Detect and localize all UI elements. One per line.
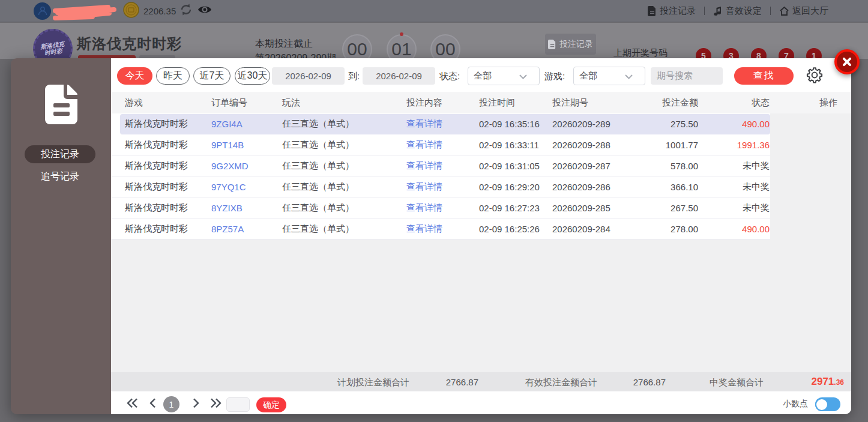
- cell-period: 20260209-285: [552, 203, 630, 213]
- filter-30days-button[interactable]: 近30天: [235, 67, 270, 85]
- first-page-icon[interactable]: [127, 398, 139, 408]
- cell-detail-link[interactable]: 查看详情: [406, 139, 442, 149]
- last-page-icon[interactable]: [209, 398, 222, 408]
- filter-7days-button[interactable]: 近7天: [193, 67, 231, 85]
- cell-play: 任三直选（单式）: [282, 223, 406, 235]
- cell-order-link[interactable]: 8PZ57A: [211, 224, 282, 234]
- topbar-menu: 投注记录 音效设定 返回大厅: [648, 0, 828, 22]
- cell-amount: 267.50: [630, 203, 698, 213]
- col-period: 投注期号: [552, 97, 630, 109]
- countdown-dot: [400, 32, 403, 36]
- cell-status: 未中奖: [698, 202, 770, 214]
- eye-icon[interactable]: [197, 4, 212, 17]
- table-row[interactable]: 斯洛伐克时时彩 9G2XMD 任三直选（单式） 查看详情 02-09 16:31…: [111, 155, 770, 176]
- sidebar-item-bet-records[interactable]: 投注记录: [25, 145, 95, 163]
- deadline-label: 本期投注截止: [255, 38, 313, 50]
- game-select[interactable]: 全部: [573, 67, 645, 85]
- status-select-value: 全部: [474, 70, 492, 82]
- cell-detail-link[interactable]: 查看详情: [406, 181, 442, 191]
- cell-amount: 275.50: [630, 119, 698, 129]
- summary-plan-value: 2766.87: [446, 377, 478, 387]
- col-time: 投注时间: [479, 97, 552, 109]
- page-confirm-button[interactable]: 确定: [256, 397, 286, 412]
- modal-content: 今天 昨天 近7天 近30天 2026-02-09 到: 2026-02-09 …: [111, 58, 851, 414]
- close-icon: [840, 55, 854, 68]
- balance: 2206.35: [143, 6, 176, 16]
- bet-records-modal: 投注记录 追号记录 今天 昨天 近7天 近30天 2026-02-09 到: 2…: [11, 58, 851, 414]
- modal-sidebar: 投注记录 追号记录: [11, 58, 111, 414]
- sidebar-item-chase-records[interactable]: 追号记录: [25, 167, 95, 185]
- search-button[interactable]: 查找: [734, 67, 794, 85]
- cell-period: 20260209-284: [552, 224, 630, 234]
- topbar-return-lobby[interactable]: 返回大厅: [779, 5, 828, 17]
- cell-status: 1991.36: [698, 140, 770, 150]
- cell-order-link[interactable]: 9ZGI4A: [211, 119, 282, 129]
- avatar[interactable]: [34, 2, 51, 20]
- col-game: 游戏: [111, 97, 211, 109]
- table-row[interactable]: 斯洛伐克时时彩 8YZIXB 任三直选（单式） 查看详情 02-09 16:27…: [111, 197, 770, 219]
- decimal-toggle[interactable]: [815, 397, 840, 411]
- cell-status: 未中奖: [698, 181, 770, 193]
- modal-close-button[interactable]: [834, 49, 860, 74]
- cell-game: 斯洛伐克时时彩: [111, 160, 211, 172]
- topbar-return-lobby-label: 返回大厅: [792, 5, 828, 17]
- cell-amount: 366.10: [630, 182, 698, 192]
- cell-time: 02-09 16:35:16: [479, 119, 552, 129]
- period-search-input[interactable]: 期号搜索: [651, 67, 723, 85]
- cell-game: 斯洛伐克时时彩: [111, 139, 211, 151]
- table-row[interactable]: 斯洛伐克时时彩 8PZ57A 任三直选（单式） 查看详情 02-09 16:25…: [111, 219, 770, 240]
- document-icon: [548, 40, 556, 49]
- cell-order-link[interactable]: 97YQ1C: [211, 182, 282, 192]
- game-filter-label: 游戏:: [544, 71, 565, 82]
- cell-period: 20260209-289: [552, 119, 630, 129]
- toggle-knob: [815, 398, 828, 411]
- table-body: 斯洛伐克时时彩 9ZGI4A 任三直选（单式） 查看详情 02-09 16:35…: [111, 113, 770, 240]
- gear-icon[interactable]: [806, 67, 823, 83]
- table-header: 游戏 订单编号 玩法 投注内容 投注时间 投注期号 投注金额 状态 操作: [111, 92, 851, 113]
- filter-yesterday-button[interactable]: 昨天: [156, 67, 190, 85]
- page-number[interactable]: 1: [163, 396, 179, 412]
- cell-time: 02-09 16:27:23: [479, 203, 552, 213]
- cell-order-link[interactable]: 9G2XMD: [211, 161, 282, 171]
- table-row[interactable]: 斯洛伐克时时彩 9ZGI4A 任三直选（单式） 查看详情 02-09 16:35…: [111, 113, 770, 134]
- summary-win-int: 2971: [811, 376, 834, 387]
- cell-detail-link[interactable]: 查看详情: [406, 160, 442, 170]
- topbar-sound-settings-label: 音效设定: [726, 5, 762, 17]
- records-table: 游戏 订单编号 玩法 投注内容 投注时间 投注期号 投注金额 状态 操作 斯洛伐…: [111, 92, 851, 372]
- table-row[interactable]: 斯洛伐克时时彩 97YQ1C 任三直选（单式） 查看详情 02-09 16:29…: [111, 176, 770, 197]
- chevron-down-icon: [519, 74, 527, 79]
- page-jump-input[interactable]: [226, 397, 250, 412]
- next-page-icon[interactable]: [192, 398, 199, 408]
- topbar: 2206.35 投注记录: [0, 0, 868, 22]
- refresh-icon[interactable]: [179, 3, 193, 19]
- cell-amount: 578.00: [630, 161, 698, 171]
- page-bet-records-button[interactable]: 投注记录: [545, 34, 596, 55]
- topbar-sound-settings[interactable]: 音效设定: [713, 5, 762, 17]
- summary-plan-label: 计划投注金额合计: [337, 377, 409, 388]
- pagination-bar: 1 确定 小数点: [111, 391, 851, 414]
- cell-detail-link[interactable]: 查看详情: [406, 118, 442, 128]
- date-to-input[interactable]: 2026-02-09: [363, 67, 435, 85]
- file-icon: [45, 85, 77, 124]
- user-icon: [37, 5, 48, 16]
- topbar-divider: [704, 7, 705, 15]
- status-select[interactable]: 全部: [468, 67, 540, 85]
- col-amount: 投注金额: [630, 97, 698, 109]
- col-status: 状态: [698, 97, 770, 109]
- decimal-toggle-label: 小数点: [783, 399, 808, 409]
- cell-order-link[interactable]: 8YZIXB: [211, 203, 282, 213]
- cell-detail-link[interactable]: 查看详情: [406, 202, 442, 213]
- cell-time: 02-09 16:29:20: [479, 182, 552, 192]
- table-row[interactable]: 斯洛伐克时时彩 9PT14B 任三直选（单式） 查看详情 02-09 16:33…: [111, 134, 770, 155]
- topbar-bet-records[interactable]: 投注记录: [648, 5, 696, 17]
- last-draw-label: 上期开奖号码: [613, 47, 668, 59]
- cell-order-link[interactable]: 9PT14B: [211, 140, 282, 150]
- prev-page-icon[interactable]: [149, 398, 157, 408]
- filter-today-button[interactable]: 今天: [117, 67, 152, 85]
- cell-time: 02-09 16:31:05: [479, 161, 552, 171]
- date-from-input[interactable]: 2026-02-09: [272, 67, 345, 85]
- cell-detail-link[interactable]: 查看详情: [406, 223, 442, 234]
- home-icon: [779, 6, 789, 16]
- topbar-bet-records-label: 投注记录: [660, 5, 696, 17]
- status-filter-label: 状态:: [439, 71, 460, 82]
